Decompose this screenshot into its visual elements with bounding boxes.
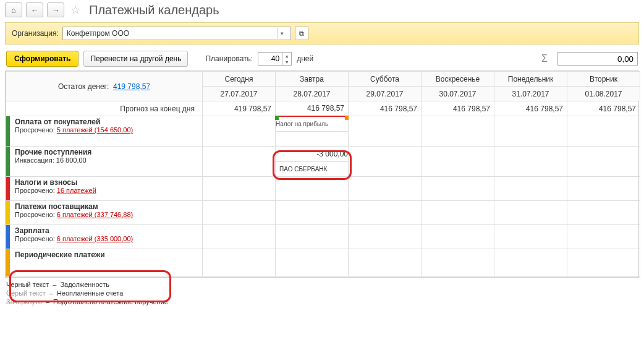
dropdown-icon[interactable]: ▾: [277, 28, 287, 39]
organization-value: Конфетпром ООО: [67, 29, 129, 38]
day-name: Вторник: [567, 72, 640, 87]
day-date: 27.07.2017: [203, 87, 276, 101]
forecast-cell: 416 798,57: [567, 101, 640, 116]
day-name: Сегодня: [203, 72, 276, 87]
section-title: Платежи поставщикам: [15, 202, 197, 211]
legend-strike-desc: Подготовлено платежное поручение: [53, 298, 168, 305]
overdue-link[interactable]: 5 платежей (154 650,00): [57, 126, 133, 134]
sub-value: 16 800,00: [56, 156, 87, 164]
forecast-cell: 416 798,57: [494, 101, 567, 116]
day-name: Понедельник: [494, 72, 567, 87]
overdue-link[interactable]: 6 платежей (335 000,00): [57, 235, 133, 242]
forecast-label: Прогноз на конец дня: [6, 101, 203, 116]
day-date: 31.07.2017: [494, 87, 567, 101]
sub-label: Инкассация:: [15, 156, 54, 164]
balance-link[interactable]: 419 798,57: [113, 82, 150, 91]
spin-down-icon[interactable]: ▼: [282, 59, 291, 65]
plan-label: Планировать:: [205, 54, 253, 63]
legend-gray-desc: Неоплаченные счета: [57, 289, 123, 297]
forecast-cell: 416 798,57: [349, 101, 422, 116]
generate-button[interactable]: Сформировать: [6, 51, 78, 67]
day-date: 29.07.2017: [349, 87, 422, 101]
total-input[interactable]: [557, 52, 638, 66]
legend-gray-label: Серый текст: [6, 289, 46, 297]
detail-amount-cell[interactable]: -3 000,00: [276, 147, 349, 162]
section-cell[interactable]: Платежи поставщикам Просрочено: 6 платеж…: [6, 201, 203, 225]
overdue-label: Просрочено:: [15, 187, 55, 194]
forecast-cell: 416 798,57: [422, 101, 494, 116]
organization-label: Организация:: [12, 29, 59, 38]
move-day-button[interactable]: Перенести на другой день: [83, 51, 188, 67]
overdue-link[interactable]: 6 платежей (337 746,88): [57, 211, 133, 218]
back-button[interactable]: ←: [26, 2, 43, 17]
legend: Черный текст – Задолженность Серый текст…: [0, 278, 644, 309]
section-cell[interactable]: Налоги и взносы Просрочено: 16 платежей: [6, 177, 203, 201]
balance-header: Остаток денег: 419 798,57: [6, 72, 203, 101]
section-title: Оплата от покупателей: [15, 117, 197, 126]
forecast-cell: 419 798,57: [203, 101, 276, 116]
favorite-icon[interactable]: ☆: [70, 3, 80, 17]
detail-note-cell[interactable]: Налог на прибыль: [276, 116, 349, 132]
section-cell[interactable]: Периодические платежи: [6, 249, 203, 277]
day-date: 28.07.2017: [276, 87, 349, 101]
forecast-cell: 416 798,57: [276, 101, 349, 116]
spin-up-icon[interactable]: ▲: [282, 53, 291, 59]
forward-button[interactable]: →: [47, 2, 64, 17]
plan-days-spinner[interactable]: ▲ ▼: [258, 52, 292, 66]
section-title: Периодические платежи: [15, 250, 197, 259]
section-cell[interactable]: Прочие поступления Инкассация: 16 800,00: [6, 147, 203, 177]
organization-open-button[interactable]: ⧉: [295, 27, 308, 40]
legend-strike-label: Зачеркнуто: [6, 298, 42, 305]
day-date: 30.07.2017: [422, 87, 494, 101]
legend-black-desc: Задолженность: [60, 281, 109, 288]
plan-days-input[interactable]: [258, 53, 282, 64]
overdue-label: Просрочено:: [15, 126, 55, 134]
section-cell[interactable]: Оплата от покупателей Просрочено: 5 плат…: [6, 116, 203, 147]
day-date: 01.08.2017: [567, 87, 640, 101]
day-name: Воскресенье: [422, 72, 494, 87]
overdue-label: Просрочено:: [15, 235, 55, 242]
day-name: Суббота: [349, 72, 422, 87]
page-title: Платежный календарь: [89, 3, 219, 17]
section-title: Налоги и взносы: [15, 178, 197, 187]
organization-bar: Организация: Конфетпром ООО ▾ ⧉: [5, 22, 639, 45]
section-title: Прочие поступления: [15, 148, 197, 156]
overdue-label: Просрочено:: [15, 211, 55, 218]
day-name: Завтра: [276, 72, 349, 87]
home-button[interactable]: ⌂: [5, 2, 22, 17]
overdue-link[interactable]: 16 платежей: [57, 187, 96, 194]
calendar-grid: Остаток денег: 419 798,57 Сегодня Завтра…: [6, 71, 640, 277]
sum-icon: Σ: [541, 53, 548, 64]
detail-bank-cell[interactable]: ПАО СБЕРБАНК: [276, 161, 349, 177]
section-title: Зарплата: [15, 226, 197, 235]
organization-select[interactable]: Конфетпром ООО ▾: [62, 27, 291, 40]
legend-black-label: Черный текст: [6, 281, 49, 288]
plan-unit: дней: [297, 54, 313, 63]
section-cell[interactable]: Зарплата Просрочено: 6 платежей (335 000…: [6, 225, 203, 249]
